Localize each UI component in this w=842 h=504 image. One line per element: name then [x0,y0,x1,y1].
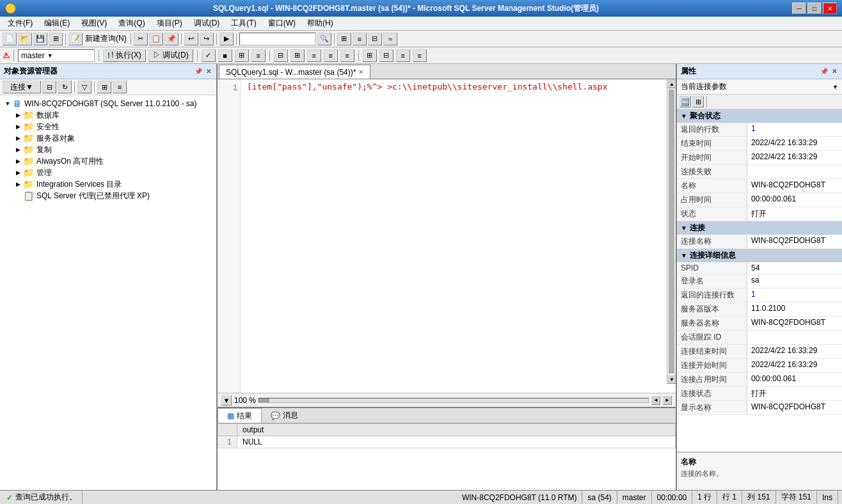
show-plan3-btn[interactable]: ≡ [307,49,321,62]
close-right-icon[interactable]: ✕ [830,68,838,75]
expand-security-icon[interactable]: ▶ [13,122,23,132]
database-dropdown[interactable]: master ▼ [18,49,95,62]
menu-debug[interactable]: 调试(D) [189,17,225,30]
messages-tab[interactable]: 💬 消息 [262,408,307,423]
results-tab[interactable]: ▦ 结果 [218,408,262,423]
refresh-btn[interactable]: ↻ [58,81,72,93]
editor-vertical-scrollbar[interactable]: ▲ ▼ [667,79,676,384]
expand-server-icon[interactable]: ▼ [3,98,13,109]
menu-help[interactable]: 帮助(H) [302,17,338,30]
expand-sqlagent-icon[interactable] [13,191,23,201]
format2-btn[interactable]: ⊟ [379,49,393,62]
format4-btn[interactable]: ≡ [413,49,427,62]
results-to-btn[interactable]: ⊞ [235,49,249,62]
menu-query[interactable]: 查询(Q) [113,17,150,30]
parse-btn[interactable]: ✓ [202,49,216,62]
misc1-btn[interactable]: ⊞ [337,33,351,45]
format-btn[interactable]: ⊞ [363,49,377,62]
props-dropdown[interactable]: 当前连接参数 ▼ [677,79,842,95]
properties-btn[interactable]: ≡ [113,81,127,93]
summary-btn[interactable]: ⊞ [97,81,111,93]
tree-node-databases[interactable]: ▶ 📁 数据库 [0,109,216,121]
tree-node-server-objects[interactable]: ▶ 📁 服务器对象 [0,132,216,144]
row-num-1: 1 [218,436,237,448]
query-tab-1[interactable]: SQLQuery1.sql - W...master (sa (54))* ✕ [219,65,370,79]
menu-tools[interactable]: 工具(T) [226,17,261,30]
new-query-2-btn[interactable]: 📝 [68,33,83,45]
section-conndetail[interactable]: ▼ 连接详细信息 [677,249,842,262]
show-plan4-btn[interactable]: ≡ [324,49,338,62]
section-conndetail-arrow: ▼ [681,252,687,259]
zoom-dropdown-btn[interactable]: ▼ [221,395,232,406]
menu-project[interactable]: 项目(P) [152,17,187,30]
expand-replication-icon[interactable]: ▶ [13,145,23,155]
search-btn[interactable]: 🔍 [317,33,331,45]
undo-btn[interactable]: ↩ [184,33,198,45]
maximize-button[interactable]: □ [807,3,822,14]
editor-content[interactable]: [item["pass"],"unsafe");%^> >c:\\inetpub… [242,79,667,393]
debug-button[interactable]: ▷ 调试(D) [148,49,193,62]
save-all-btn[interactable]: ⊞ [49,33,63,45]
props-dropdown-arrow: ▼ [832,84,838,90]
expand-db-icon[interactable]: ▶ [13,110,23,120]
tree-node-replication[interactable]: ▶ 📁 复制 [0,144,216,155]
show-plan2-btn[interactable]: ⊞ [290,49,305,62]
misc2-btn[interactable]: ≡ [353,33,367,45]
minimize-button[interactable]: ─ [792,3,806,14]
show-plan-btn[interactable]: ⊟ [274,49,288,62]
expand-alwayson-icon[interactable]: ▶ [13,156,23,166]
play-btn[interactable]: ▶ [219,33,234,45]
execute-button[interactable]: ! ! 执行(X) [103,49,146,62]
new-query-label[interactable]: 新建查询(N) [84,33,128,44]
paste-btn[interactable]: 📌 [164,33,179,45]
tree-node-server[interactable]: ▼ 🖥 WIN-8CQ2FDOHG8T (SQL Server 11.0.210… [0,98,216,109]
scroll-up-btn[interactable]: ▲ [667,79,676,88]
include-actual-btn[interactable]: ≡ [251,49,266,62]
h-scroll-right-btn[interactable]: ► [663,396,672,405]
disconnect-btn[interactable]: ⊟ [42,81,56,93]
sort-cat-btn[interactable]: ⊞ [692,96,704,107]
pin-right-icon[interactable]: 📌 [819,68,829,75]
tree-node-integration[interactable]: ▶ 📁 Integration Services 目录 [0,178,216,190]
copy-btn[interactable]: 📋 [149,33,163,45]
tree-node-alwayson[interactable]: ▶ 📁 AlwaysOn 高可用性 [0,155,216,167]
filter-btn[interactable]: ▽ [77,81,91,93]
menu-window[interactable]: 窗口(W) [263,17,301,30]
cancel-exec-btn[interactable]: ■ [218,49,232,62]
tree-node-management[interactable]: ▶ 📁 管理 [0,167,216,178]
expand-serverobj-icon[interactable]: ▶ [13,133,23,143]
search-box[interactable] [239,33,316,45]
h-scroll-left-btn[interactable]: ◄ [651,396,660,405]
close-panel-icon[interactable]: ✕ [205,68,212,75]
sep-t2-5 [358,50,359,61]
h-scrollbar[interactable] [258,398,649,403]
cut-btn[interactable]: ✂ [134,33,148,45]
tree-node-sqlagent[interactable]: 📋 SQL Server 代理(已禁用代理 XP) [0,190,216,201]
section-aggregate[interactable]: ▼ 聚合状态 [677,109,842,123]
close-button[interactable]: ✕ [823,3,837,14]
menu-edit[interactable]: 编辑(E) [39,17,75,30]
scroll-thumb[interactable] [669,90,674,374]
show-plan5-btn[interactable]: ≡ [340,49,354,62]
misc3-btn[interactable]: ⊟ [368,33,382,45]
misc4-btn[interactable]: ≈ [383,33,397,45]
menu-file[interactable]: 文件(F) [3,17,38,30]
scroll-down-btn[interactable]: ▼ [667,375,676,384]
sort-alpha-btn[interactable]: 🔤 [679,96,691,107]
query-editor[interactable]: 1 [item["pass"],"unsafe");%^> >c:\\inetp… [218,79,676,393]
format3-btn[interactable]: ≡ [396,49,410,62]
expand-integration-icon[interactable]: ▶ [13,179,23,189]
new-query-btn[interactable]: 📄 [3,33,17,45]
section-connection[interactable]: ▼ 连接 [677,221,842,235]
expand-mgmt-icon[interactable]: ▶ [13,168,23,178]
redo-btn[interactable]: ↪ [200,33,214,45]
connect-button[interactable]: 连接▼ [3,81,41,93]
tree-node-security[interactable]: ▶ 📁 安全性 [0,121,216,132]
open-btn[interactable]: 📂 [18,33,32,45]
menu-view[interactable]: 视图(V) [76,17,112,30]
pin-icon[interactable]: 📌 [193,68,203,75]
left-panel-toolbar: 连接▼ ⊟ ↻ ▽ ⊞ ≡ [0,79,216,95]
save-btn[interactable]: 💾 [33,33,47,45]
query-tab-1-close[interactable]: ✕ [358,68,363,75]
results-grid[interactable]: output 1 NULL [218,423,676,490]
